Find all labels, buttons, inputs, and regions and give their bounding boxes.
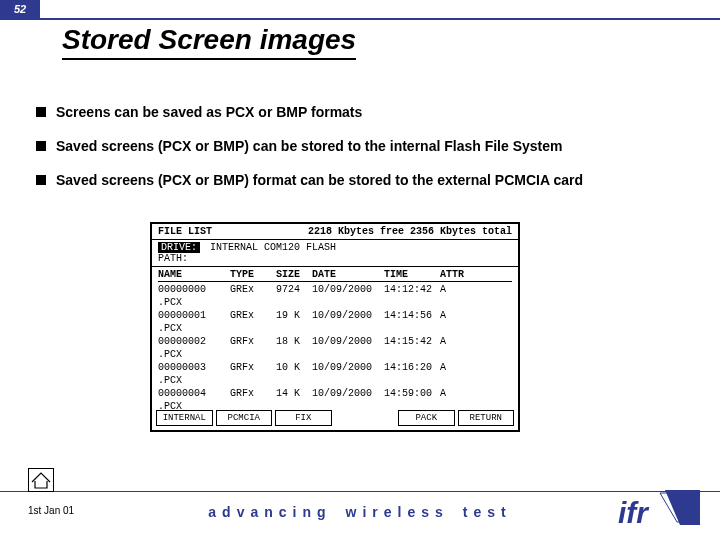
tagline-word: test (463, 504, 512, 520)
cell-size: 18 K (276, 335, 312, 361)
page-title: Stored Screen images (62, 24, 356, 60)
softkey-return: RETURN (458, 410, 515, 426)
footer-tagline: advancingwirelesstest (208, 504, 511, 520)
cell-date: 10/09/2000 (312, 361, 384, 387)
col-name: NAME (158, 269, 230, 280)
path-label: PATH: (158, 253, 512, 264)
cell-name: 00000002 .PCX (158, 335, 230, 361)
col-time: TIME (384, 269, 440, 280)
cell-attr: A (440, 335, 470, 361)
footer-date: 1st Jan 01 (28, 505, 74, 516)
cell-time: 14:16:20 (384, 361, 440, 387)
cell-size: 19 K (276, 309, 312, 335)
cell-name: 00000003 .PCX (158, 361, 230, 387)
softkey-internal: INTERNAL (156, 410, 213, 426)
home-icon[interactable] (28, 468, 54, 492)
cell-type: GREx (230, 283, 276, 309)
ifr-logo: ifr (610, 485, 700, 530)
cell-date: 10/09/2000 (312, 283, 384, 309)
bullet-item: Screens can be saved as PCX or BMP forma… (36, 104, 696, 120)
tagline-word: wireless (346, 504, 449, 520)
page-number: 52 (0, 0, 40, 18)
cell-attr: A (440, 309, 470, 335)
file-list-softkeys: INTERNAL PCMCIA FIX PACK RETURN (156, 410, 514, 426)
file-list-drive-row: DRIVE: INTERNAL COM120 FLASH PATH: (152, 240, 518, 267)
file-list-columns: NAME TYPE SIZE DATE TIME ATTR (152, 267, 518, 280)
file-row: 00000000 .PCX GREx 9724 10/09/2000 14:12… (158, 283, 512, 309)
file-row: 00000001 .PCX GREx 19 K 10/09/2000 14:14… (158, 309, 512, 335)
tagline-word: advancing (208, 504, 331, 520)
cell-size: 10 K (276, 361, 312, 387)
file-row: 00000002 .PCX GRFx 18 K 10/09/2000 14:15… (158, 335, 512, 361)
cell-date: 10/09/2000 (312, 335, 384, 361)
file-list-title: FILE LIST (158, 226, 212, 237)
col-size: SIZE (276, 269, 312, 280)
cell-date: 10/09/2000 (312, 309, 384, 335)
cell-name: 00000000 .PCX (158, 283, 230, 309)
cell-time: 14:15:42 (384, 335, 440, 361)
drive-label: DRIVE: (158, 242, 200, 253)
cell-attr: A (440, 283, 470, 309)
bullet-item: Saved screens (PCX or BMP) format can be… (36, 172, 696, 188)
file-list-freespace: 2218 Kbytes free 2356 Kbytes total (308, 226, 512, 237)
drive-value: INTERNAL COM120 FLASH (210, 242, 336, 253)
bullet-text: Screens can be saved as PCX or BMP forma… (56, 104, 362, 120)
file-list-rows: 00000000 .PCX GREx 9724 10/09/2000 14:12… (152, 282, 518, 414)
cell-time: 14:12:42 (384, 283, 440, 309)
cell-size: 9724 (276, 283, 312, 309)
cell-type: GRFx (230, 335, 276, 361)
col-date: DATE (312, 269, 384, 280)
svg-text:ifr: ifr (618, 496, 650, 529)
bullet-square-icon (36, 141, 46, 151)
cell-attr: A (440, 361, 470, 387)
softkey-pack: PACK (398, 410, 455, 426)
cell-time: 14:14:56 (384, 309, 440, 335)
bullet-text: Saved screens (PCX or BMP) can be stored… (56, 138, 562, 154)
softkey-pcmcia: PCMCIA (216, 410, 273, 426)
bullet-list: Screens can be saved as PCX or BMP forma… (36, 104, 696, 206)
file-row: 00000003 .PCX GRFx 10 K 10/09/2000 14:16… (158, 361, 512, 387)
bullet-square-icon (36, 107, 46, 117)
col-type: TYPE (230, 269, 276, 280)
bullet-item: Saved screens (PCX or BMP) can be stored… (36, 138, 696, 154)
cell-type: GREx (230, 309, 276, 335)
col-attr: ATTR (440, 269, 470, 280)
cell-name: 00000001 .PCX (158, 309, 230, 335)
file-list-header: FILE LIST 2218 Kbytes free 2356 Kbytes t… (152, 224, 518, 240)
softkey-fix: FIX (275, 410, 332, 426)
file-list-screenshot: FILE LIST 2218 Kbytes free 2356 Kbytes t… (150, 222, 520, 432)
cell-type: GRFx (230, 361, 276, 387)
bullet-square-icon (36, 175, 46, 185)
bullet-text: Saved screens (PCX or BMP) format can be… (56, 172, 583, 188)
title-divider (0, 18, 720, 20)
